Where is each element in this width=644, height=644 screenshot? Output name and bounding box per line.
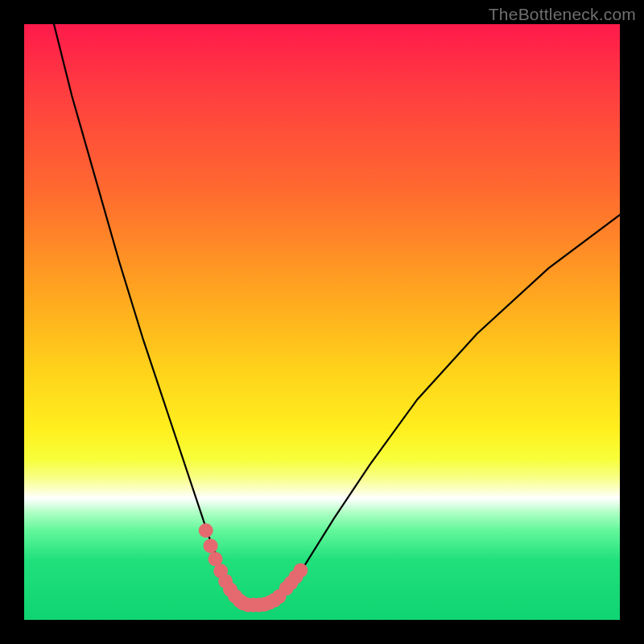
highlight-dot xyxy=(293,564,308,578)
highlight-dots xyxy=(199,523,308,613)
bottleneck-curve xyxy=(54,24,620,605)
watermark-text: TheBottleneck.com xyxy=(489,5,636,24)
highlight-dot xyxy=(204,539,218,553)
curve-svg xyxy=(24,24,620,620)
highlight-dot xyxy=(199,523,213,538)
chart-plot-area xyxy=(24,24,620,620)
